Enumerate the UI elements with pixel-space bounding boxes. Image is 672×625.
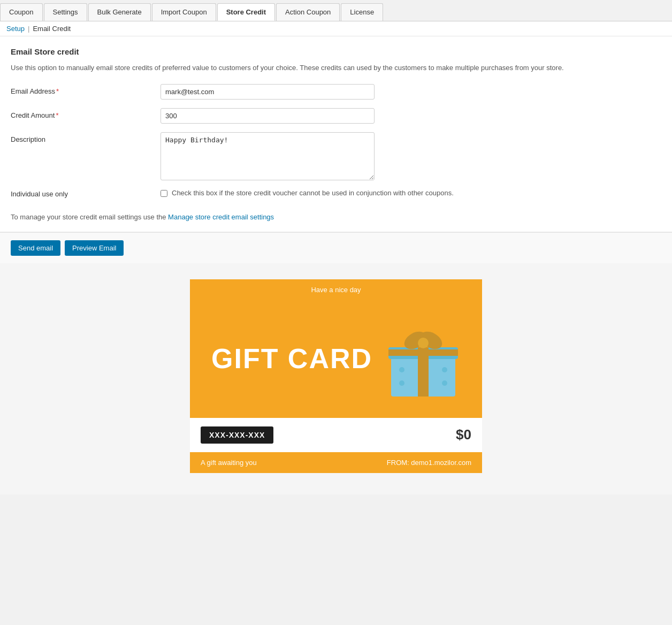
svg-point-9: [399, 380, 404, 386]
individual-use-checkbox[interactable]: [161, 190, 167, 197]
preview-email-button[interactable]: Preview Email: [65, 240, 124, 256]
breadcrumb: Setup | Email Credit: [0, 21, 672, 36]
gift-card-code-row: XXX-XXX-XXX $0: [190, 418, 482, 452]
tab-settings[interactable]: Settings: [44, 3, 87, 21]
coupon-amount: $0: [456, 426, 471, 443]
main-content: Email Store credit Use this option to ma…: [0, 36, 672, 232]
tab-import-coupon[interactable]: Import Coupon: [152, 3, 216, 21]
gift-box-icon: [380, 316, 466, 402]
email-input[interactable]: [161, 84, 375, 100]
send-email-button[interactable]: Send email: [11, 240, 60, 256]
action-bar: Send email Preview Email: [0, 232, 672, 263]
tabs-bar: Coupon Settings Bulk Generate Import Cou…: [0, 0, 672, 21]
breadcrumb-setup-link[interactable]: Setup: [6, 25, 25, 33]
section-title: Email Store credit: [11, 47, 661, 56]
credit-required-star: *: [56, 111, 58, 119]
email-required-star: *: [56, 87, 59, 95]
svg-point-6: [418, 338, 429, 348]
footer-left-text: A gift awaiting you: [201, 459, 257, 467]
description-row: Description Happy Birthday!: [11, 132, 661, 180]
coupon-code-badge: XXX-XXX-XXX: [201, 426, 273, 444]
credit-amount-row: Credit Amount*: [11, 108, 661, 124]
individual-use-row: Individual use only Check this box if th…: [11, 189, 661, 198]
credit-label: Credit Amount*: [11, 108, 161, 119]
credit-input[interactable]: [161, 108, 375, 124]
gift-card-banner: Have a nice day: [190, 279, 482, 300]
individual-use-desc: Check this box if the store credit vouch…: [172, 189, 454, 197]
gift-card-wrapper: Have a nice day GIFT CARD: [190, 279, 482, 473]
svg-point-8: [442, 367, 447, 372]
footer-right-text: FROM: demo1.mozilor.com: [387, 459, 471, 467]
gift-card-main: GIFT CARD: [190, 300, 482, 418]
email-label: Email Address*: [11, 84, 161, 95]
breadcrumb-current: Email Credit: [33, 25, 71, 33]
svg-rect-3: [388, 349, 458, 356]
tab-coupon[interactable]: Coupon: [0, 3, 43, 21]
tab-bulk-generate[interactable]: Bulk Generate: [88, 3, 151, 21]
gift-card-footer: A gift awaiting you FROM: demo1.mozilor.…: [190, 452, 482, 473]
tab-license[interactable]: License: [341, 3, 383, 21]
breadcrumb-separator: |: [28, 25, 29, 33]
gift-card-title: GIFT CARD: [211, 344, 372, 374]
preview-area: Have a nice day GIFT CARD: [0, 263, 672, 494]
svg-point-10: [442, 380, 447, 386]
manage-link[interactable]: Manage store credit email settings: [168, 213, 274, 221]
individual-use-label: Individual use only: [11, 189, 161, 198]
section-description: Use this option to manually email store …: [11, 63, 661, 73]
manage-link-prefix: To manage your store credit email settin…: [11, 213, 166, 221]
tab-action-coupon[interactable]: Action Coupon: [276, 3, 340, 21]
svg-point-7: [399, 367, 404, 372]
email-field-row: Email Address*: [11, 84, 661, 100]
description-label: Description: [11, 132, 161, 143]
tab-store-credit[interactable]: Store Credit: [217, 3, 275, 21]
manage-link-row: To manage your store credit email settin…: [11, 207, 661, 232]
description-textarea[interactable]: Happy Birthday!: [161, 132, 375, 180]
